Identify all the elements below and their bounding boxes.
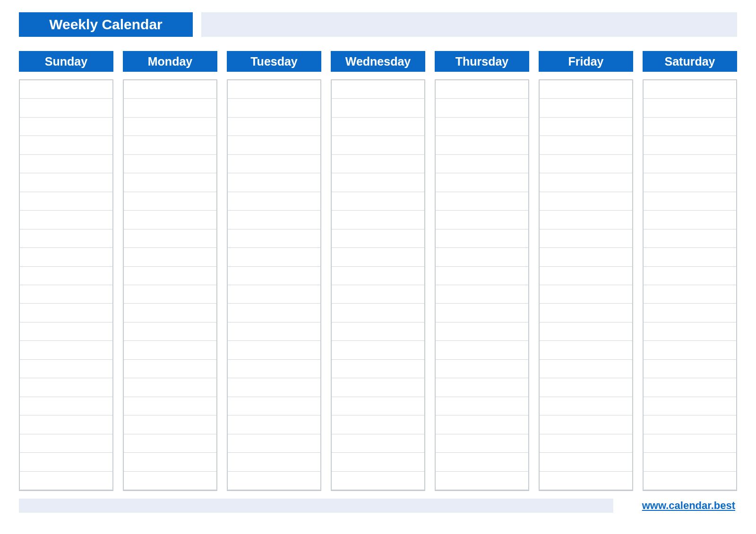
calendar-slot[interactable] <box>124 378 216 397</box>
calendar-slot[interactable] <box>20 472 112 490</box>
calendar-slot[interactable] <box>20 304 112 322</box>
calendar-slot[interactable] <box>20 192 112 211</box>
calendar-slot[interactable] <box>20 415 112 434</box>
calendar-slot[interactable] <box>540 304 632 322</box>
calendar-slot[interactable] <box>228 360 320 378</box>
footer-link[interactable]: www.calendar.best <box>642 500 737 513</box>
calendar-slot[interactable] <box>228 341 320 359</box>
calendar-slot[interactable] <box>228 397 320 415</box>
calendar-slot[interactable] <box>644 267 736 285</box>
calendar-slot[interactable] <box>332 415 424 434</box>
calendar-slot[interactable] <box>20 118 112 136</box>
calendar-slot[interactable] <box>124 434 216 453</box>
calendar-slot[interactable] <box>332 99 424 117</box>
calendar-slot[interactable] <box>540 472 632 490</box>
calendar-slot[interactable] <box>332 80 424 99</box>
calendar-slot[interactable] <box>332 360 424 378</box>
calendar-slot[interactable] <box>20 211 112 229</box>
calendar-slot[interactable] <box>124 360 216 378</box>
calendar-slot[interactable] <box>20 229 112 248</box>
calendar-slot[interactable] <box>436 248 528 266</box>
calendar-slot[interactable] <box>332 173 424 192</box>
calendar-slot[interactable] <box>20 155 112 173</box>
calendar-slot[interactable] <box>540 248 632 266</box>
calendar-slot[interactable] <box>540 285 632 304</box>
calendar-slot[interactable] <box>436 341 528 359</box>
calendar-slot[interactable] <box>228 285 320 304</box>
calendar-slot[interactable] <box>644 248 736 266</box>
calendar-slot[interactable] <box>332 267 424 285</box>
calendar-slot[interactable] <box>644 378 736 397</box>
calendar-slot[interactable] <box>332 472 424 490</box>
calendar-slot[interactable] <box>540 173 632 192</box>
calendar-slot[interactable] <box>332 136 424 154</box>
calendar-slot[interactable] <box>228 80 320 99</box>
calendar-slot[interactable] <box>20 434 112 453</box>
calendar-slot[interactable] <box>644 285 736 304</box>
calendar-slot[interactable] <box>644 229 736 248</box>
calendar-slot[interactable] <box>20 453 112 471</box>
calendar-slot[interactable] <box>436 285 528 304</box>
calendar-slot[interactable] <box>436 229 528 248</box>
calendar-slot[interactable] <box>20 397 112 415</box>
calendar-slot[interactable] <box>228 304 320 322</box>
calendar-slot[interactable] <box>436 80 528 99</box>
calendar-slot[interactable] <box>124 322 216 341</box>
calendar-slot[interactable] <box>644 322 736 341</box>
calendar-slot[interactable] <box>332 248 424 266</box>
calendar-slot[interactable] <box>332 285 424 304</box>
calendar-slot[interactable] <box>124 136 216 154</box>
calendar-slot[interactable] <box>228 248 320 266</box>
calendar-slot[interactable] <box>332 341 424 359</box>
calendar-slot[interactable] <box>20 378 112 397</box>
calendar-slot[interactable] <box>644 118 736 136</box>
calendar-slot[interactable] <box>436 192 528 211</box>
calendar-slot[interactable] <box>644 453 736 471</box>
calendar-slot[interactable] <box>540 267 632 285</box>
calendar-slot[interactable] <box>20 341 112 359</box>
calendar-slot[interactable] <box>644 173 736 192</box>
calendar-slot[interactable] <box>436 453 528 471</box>
calendar-slot[interactable] <box>644 304 736 322</box>
calendar-slot[interactable] <box>332 155 424 173</box>
calendar-slot[interactable] <box>332 453 424 471</box>
calendar-slot[interactable] <box>644 415 736 434</box>
calendar-slot[interactable] <box>540 136 632 154</box>
calendar-slot[interactable] <box>332 192 424 211</box>
calendar-slot[interactable] <box>540 341 632 359</box>
calendar-slot[interactable] <box>436 360 528 378</box>
calendar-slot[interactable] <box>228 322 320 341</box>
calendar-slot[interactable] <box>332 378 424 397</box>
calendar-slot[interactable] <box>20 248 112 266</box>
calendar-slot[interactable] <box>436 136 528 154</box>
calendar-slot[interactable] <box>644 472 736 490</box>
calendar-slot[interactable] <box>436 472 528 490</box>
calendar-slot[interactable] <box>540 229 632 248</box>
calendar-slot[interactable] <box>436 211 528 229</box>
calendar-slot[interactable] <box>332 211 424 229</box>
calendar-slot[interactable] <box>124 341 216 359</box>
calendar-slot[interactable] <box>332 304 424 322</box>
calendar-slot[interactable] <box>540 378 632 397</box>
calendar-slot[interactable] <box>436 415 528 434</box>
calendar-slot[interactable] <box>644 192 736 211</box>
calendar-slot[interactable] <box>228 118 320 136</box>
calendar-slot[interactable] <box>644 99 736 117</box>
calendar-slot[interactable] <box>20 136 112 154</box>
calendar-slot[interactable] <box>436 99 528 117</box>
calendar-slot[interactable] <box>124 267 216 285</box>
calendar-slot[interactable] <box>644 155 736 173</box>
calendar-slot[interactable] <box>20 285 112 304</box>
calendar-slot[interactable] <box>644 136 736 154</box>
calendar-slot[interactable] <box>228 155 320 173</box>
calendar-slot[interactable] <box>332 434 424 453</box>
calendar-slot[interactable] <box>20 173 112 192</box>
calendar-slot[interactable] <box>124 453 216 471</box>
calendar-slot[interactable] <box>20 267 112 285</box>
calendar-slot[interactable] <box>20 322 112 341</box>
calendar-slot[interactable] <box>228 434 320 453</box>
calendar-slot[interactable] <box>644 397 736 415</box>
calendar-slot[interactable] <box>436 155 528 173</box>
calendar-slot[interactable] <box>436 322 528 341</box>
calendar-slot[interactable] <box>228 99 320 117</box>
